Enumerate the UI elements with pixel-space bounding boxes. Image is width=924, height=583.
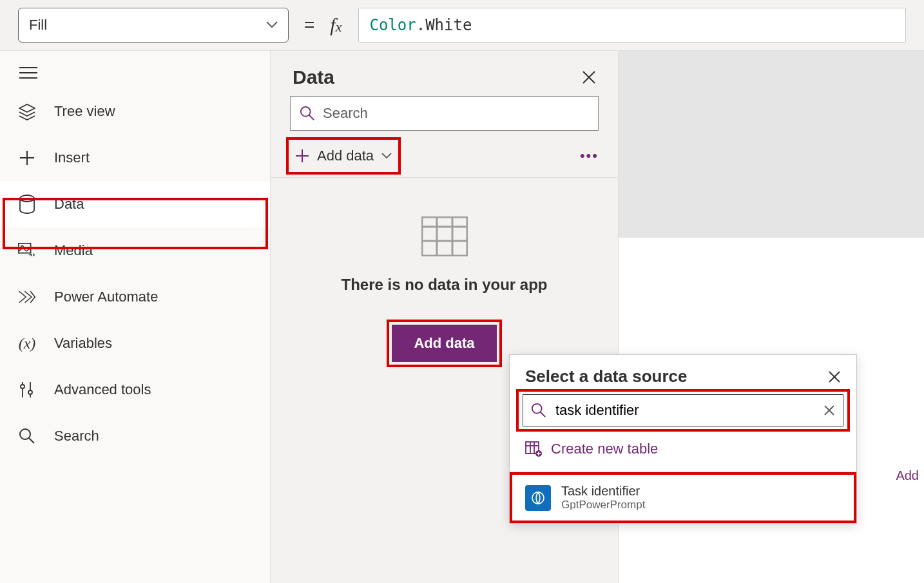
empty-state-message: There is no data in your app xyxy=(341,276,547,294)
nav-tree-view[interactable]: Tree view xyxy=(0,88,270,135)
result-title: Task identifier xyxy=(561,484,645,499)
svg-line-17 xyxy=(309,115,314,120)
svg-point-11 xyxy=(28,390,32,394)
result-subtitle: GptPowerPrompt xyxy=(561,499,645,511)
data-source-popup: Select a data source Create new table xyxy=(509,354,857,524)
nav-label: Data xyxy=(54,196,84,213)
nav-media[interactable]: Media xyxy=(0,227,270,274)
database-icon xyxy=(18,195,36,213)
panel-title: Data xyxy=(293,66,334,88)
nav-variables[interactable]: (x) Variables xyxy=(0,320,270,367)
nav-insert[interactable]: Insert xyxy=(0,135,270,181)
create-new-table-button[interactable]: Create new table xyxy=(510,426,856,472)
nav-label: Power Automate xyxy=(54,289,158,305)
variable-icon: (x) xyxy=(18,334,36,352)
nav-advanced-tools[interactable]: Advanced tools xyxy=(0,367,270,413)
plus-icon xyxy=(18,149,36,167)
property-label: Fill xyxy=(29,17,47,33)
search-placeholder: Search xyxy=(323,105,368,122)
chevron-down-icon xyxy=(266,21,278,29)
close-icon xyxy=(823,405,835,416)
popup-search-box[interactable] xyxy=(523,394,843,426)
svg-rect-6 xyxy=(19,244,31,253)
close-panel-button[interactable] xyxy=(582,70,596,84)
more-options-button[interactable]: ••• xyxy=(580,148,599,164)
popup-close-button[interactable] xyxy=(828,370,841,383)
panel-search-input[interactable]: Search xyxy=(290,96,599,131)
popup-title: Select a data source xyxy=(525,367,687,387)
nav-label: Variables xyxy=(54,335,112,352)
svg-point-38 xyxy=(532,492,544,504)
formula-token-2: .White xyxy=(416,16,472,34)
layers-icon xyxy=(18,102,36,120)
nav-label: Tree view xyxy=(54,103,115,120)
svg-point-27 xyxy=(532,404,542,414)
nav-power-automate[interactable]: Power Automate xyxy=(0,274,270,320)
media-icon xyxy=(18,242,36,260)
property-dropdown[interactable]: Fill xyxy=(18,8,289,43)
nav-label: Insert xyxy=(54,149,90,166)
search-icon xyxy=(18,427,36,445)
ai-model-icon xyxy=(525,485,551,511)
formula-token-1: Color xyxy=(369,16,416,34)
data-source-result[interactable]: Task identifier GptPowerPrompt xyxy=(512,475,854,521)
new-table-icon xyxy=(525,441,542,457)
nav-data[interactable]: Data xyxy=(0,181,270,227)
svg-rect-20 xyxy=(422,217,467,256)
popup-search-input[interactable] xyxy=(554,401,816,419)
hamburger-button[interactable] xyxy=(0,57,270,88)
svg-point-16 xyxy=(301,107,311,117)
add-data-dropdown[interactable]: Add data xyxy=(290,141,397,171)
nav-search[interactable]: Search xyxy=(0,413,270,459)
clear-search-button[interactable] xyxy=(823,405,835,416)
formula-bar: Fill = fx Color.White xyxy=(0,0,924,51)
hamburger-icon xyxy=(19,66,37,79)
table-icon xyxy=(421,216,468,256)
create-table-label: Create new table xyxy=(551,441,658,457)
svg-point-5 xyxy=(20,195,34,202)
nav-label: Search xyxy=(54,428,99,444)
add-data-button[interactable]: Add data xyxy=(392,325,496,362)
svg-point-12 xyxy=(20,429,30,439)
tools-icon xyxy=(18,381,36,399)
nav-label: Media xyxy=(54,242,93,259)
svg-line-28 xyxy=(541,412,545,417)
flow-icon xyxy=(18,288,36,306)
canvas-add-hint: Add xyxy=(896,468,919,483)
equals-sign: = xyxy=(299,15,320,35)
left-nav: Tree view Insert Data Media Power Automa xyxy=(0,51,271,583)
search-icon xyxy=(531,403,546,418)
nav-label: Advanced tools xyxy=(54,381,151,398)
chevron-down-icon xyxy=(381,153,392,159)
formula-input[interactable]: Color.White xyxy=(358,8,906,43)
fx-icon: fx xyxy=(330,14,348,36)
close-icon xyxy=(828,370,841,383)
add-data-label: Add data xyxy=(317,148,374,164)
close-icon xyxy=(582,70,596,84)
svg-point-9 xyxy=(21,385,24,388)
svg-line-13 xyxy=(29,438,34,443)
search-icon xyxy=(300,106,315,121)
plus-icon xyxy=(295,149,309,163)
